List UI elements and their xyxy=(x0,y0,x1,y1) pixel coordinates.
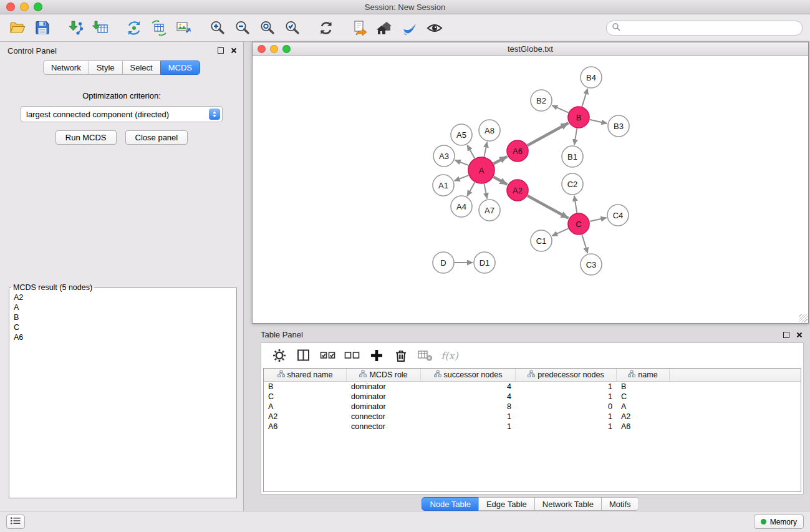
zoom-selected-icon[interactable] xyxy=(283,19,302,37)
show-panels-button[interactable] xyxy=(6,515,25,529)
graph-node-A6[interactable]: A6 xyxy=(507,140,528,162)
tab-network[interactable]: Network xyxy=(43,60,89,75)
column-header-name[interactable]: name xyxy=(617,369,670,381)
graph-node-C1[interactable]: C1 xyxy=(531,230,552,251)
table-row[interactable]: A2connector11A2 xyxy=(264,412,801,422)
home-icon[interactable] xyxy=(375,19,394,37)
page-redirect-icon[interactable] xyxy=(350,19,369,37)
zoom-in-icon[interactable] xyxy=(208,19,227,37)
graph-node-C3[interactable]: C3 xyxy=(581,254,602,275)
graph-edge-C-C2[interactable] xyxy=(574,196,577,213)
graph-node-C2[interactable]: C2 xyxy=(562,173,583,195)
optimization-criterion-select[interactable]: largest connected component (directed) xyxy=(21,106,223,122)
graph-node-A8[interactable]: A8 xyxy=(479,120,500,141)
close-table-panel-icon[interactable] xyxy=(796,332,803,338)
close-window-button[interactable] xyxy=(6,2,15,11)
graph-node-B1[interactable]: B1 xyxy=(562,146,583,167)
tab-network-table[interactable]: Network Table xyxy=(534,497,602,511)
graph-edge-C-C1[interactable] xyxy=(552,228,568,236)
graph-edge-B-B4[interactable] xyxy=(582,89,587,107)
graph-edge-C-C3[interactable] xyxy=(582,235,587,253)
tab-node-table[interactable]: Node Table xyxy=(422,497,479,511)
graph-edge-A-A3[interactable] xyxy=(455,160,469,165)
zoom-fit-icon[interactable] xyxy=(258,19,277,37)
add-row-icon[interactable] xyxy=(367,346,386,365)
network-minimize-button[interactable] xyxy=(270,45,278,53)
gear-icon[interactable] xyxy=(270,346,289,365)
search-input[interactable] xyxy=(624,23,797,33)
graph-node-A7[interactable]: A7 xyxy=(479,200,500,221)
graph-node-B2[interactable]: B2 xyxy=(531,90,552,111)
graph-edge-A6-B[interactable] xyxy=(528,123,569,145)
float-panel-icon[interactable] xyxy=(218,47,224,54)
graph-edge-A-A4[interactable] xyxy=(467,182,475,196)
column-visibility-icon[interactable] xyxy=(294,346,313,365)
deselect-all-checkboxes-icon[interactable] xyxy=(343,346,362,365)
graph-edge-A-A2[interactable] xyxy=(493,177,507,185)
import-network-file-icon[interactable] xyxy=(66,19,85,37)
graph-edge-B-B3[interactable] xyxy=(590,120,607,123)
function-builder-icon[interactable]: f(x) xyxy=(440,346,459,365)
graph-node-A3[interactable]: A3 xyxy=(433,145,455,167)
zoom-out-icon[interactable] xyxy=(233,19,252,37)
graph-node-A[interactable]: A xyxy=(468,157,494,183)
graph-edge-A2-C[interactable] xyxy=(528,196,569,218)
import-table-file-icon[interactable] xyxy=(91,19,110,37)
graph-edge-B-B1[interactable] xyxy=(574,128,577,145)
open-file-icon[interactable] xyxy=(7,19,26,37)
column-header-mcds-role[interactable]: MCDS role xyxy=(347,369,421,381)
mcds-result-item[interactable]: A xyxy=(9,302,236,312)
style-brush-icon[interactable] xyxy=(400,19,419,37)
tab-edge-table[interactable]: Edge Table xyxy=(478,497,535,511)
table-row[interactable]: A6connector11A6 xyxy=(264,422,801,432)
minimize-window-button[interactable] xyxy=(20,2,29,11)
graph-edge-A-A1[interactable] xyxy=(455,175,469,181)
table-row[interactable]: Bdominator41B xyxy=(264,382,801,392)
network-close-button[interactable] xyxy=(258,45,266,53)
close-panel-button[interactable]: Close panel xyxy=(125,130,188,145)
graph-edge-A-A6[interactable] xyxy=(493,157,507,164)
network-maximize-button[interactable] xyxy=(282,45,291,53)
select-all-checkboxes-icon[interactable] xyxy=(319,346,337,365)
graph-edge-A-A5[interactable] xyxy=(467,145,475,158)
mcds-result-item[interactable]: A2 xyxy=(9,293,236,302)
memory-button[interactable]: Memory xyxy=(754,515,804,529)
table-row[interactable]: Adominator80A xyxy=(264,402,801,412)
network-and-arrows-icon[interactable] xyxy=(125,19,143,37)
graph-node-A2[interactable]: A2 xyxy=(507,180,528,201)
network-canvas[interactable]: B4B2BB3A5A8A6A3AB1A1A2C2A4A7C4CC1DD1C3 xyxy=(253,56,808,323)
refresh-icon[interactable] xyxy=(317,19,335,37)
graph-node-A1[interactable]: A1 xyxy=(433,175,454,196)
close-panel-icon[interactable] xyxy=(231,47,237,54)
column-header-successor-nodes[interactable]: successor nodes xyxy=(421,369,516,381)
graph-edge-C-C4[interactable] xyxy=(590,218,607,221)
save-session-icon[interactable] xyxy=(32,19,51,37)
float-table-panel-icon[interactable] xyxy=(783,332,789,338)
graph-node-D1[interactable]: D1 xyxy=(474,252,495,273)
graph-node-B4[interactable]: B4 xyxy=(581,67,602,88)
graph-node-B3[interactable]: B3 xyxy=(608,115,629,137)
delete-table-icon[interactable] xyxy=(416,346,435,365)
graph-node-C4[interactable]: C4 xyxy=(607,205,629,226)
mcds-result-item[interactable]: B xyxy=(9,312,236,322)
graph-node-D[interactable]: D xyxy=(433,252,454,273)
delete-row-icon[interactable] xyxy=(392,346,410,365)
eye-icon[interactable] xyxy=(425,19,444,37)
graph-node-A5[interactable]: A5 xyxy=(451,124,472,145)
graph-node-A4[interactable]: A4 xyxy=(451,196,472,217)
resize-grip[interactable] xyxy=(799,314,808,322)
graph-edge-A-A8[interactable] xyxy=(484,142,487,157)
table-and-arrows-icon[interactable] xyxy=(150,19,168,37)
tab-motifs[interactable]: Motifs xyxy=(601,497,639,511)
graph-edge-A-A7[interactable] xyxy=(484,184,487,199)
image-export-icon[interactable] xyxy=(175,19,193,37)
column-header-predecessor-nodes[interactable]: predecessor nodes xyxy=(516,369,617,381)
tab-mcds[interactable]: MCDS xyxy=(160,60,200,75)
run-mcds-button[interactable]: Run MCDS xyxy=(55,130,117,145)
table-row[interactable]: Cdominator41C xyxy=(264,392,801,402)
tab-select[interactable]: Select xyxy=(122,60,161,75)
maximize-window-button[interactable] xyxy=(34,2,42,11)
tab-style[interactable]: Style xyxy=(89,60,123,75)
mcds-result-item[interactable]: C xyxy=(9,322,236,332)
graph-node-B[interactable]: B xyxy=(568,107,589,128)
